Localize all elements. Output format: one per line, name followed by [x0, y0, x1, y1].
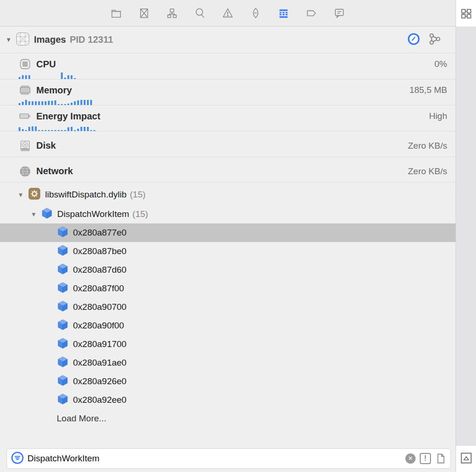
- process-graph-icon[interactable]: [428, 32, 442, 48]
- cube-icon: [57, 226, 69, 240]
- process-title: Images: [34, 34, 66, 45]
- source-control-navigator-icon[interactable]: [138, 7, 150, 19]
- cube-icon: [57, 300, 69, 315]
- cube-icon: [57, 319, 69, 333]
- debug-navigator-icon[interactable]: [278, 7, 290, 19]
- cube-icon: [57, 393, 69, 407]
- network-gauge-row[interactable]: Network Zero KB/s: [0, 157, 456, 183]
- inspector-strip: [456, 26, 476, 472]
- cube-icon: [57, 337, 69, 352]
- process-row[interactable]: ▼ Images PID 12311: [0, 26, 456, 53]
- instance-address: 0x280a877e0: [73, 228, 126, 238]
- symbol-navigator-icon[interactable]: [166, 7, 178, 19]
- breakpoint-navigator-icon[interactable]: [305, 7, 317, 19]
- navigator-tab-bar: [0, 0, 456, 26]
- class-count: (15): [132, 209, 148, 219]
- instance-row[interactable]: 0x280a87f00: [0, 279, 456, 298]
- network-label: Network: [36, 166, 73, 177]
- test-navigator-icon[interactable]: [250, 7, 262, 19]
- instance-row[interactable]: 0x280a92ee0: [0, 391, 456, 409]
- cube-icon: [57, 374, 69, 389]
- cube-icon: [57, 263, 69, 277]
- filter-bar: ✕ !: [0, 445, 456, 472]
- issue-navigator-icon[interactable]: [222, 7, 234, 19]
- instance-address: 0x280a90700: [73, 302, 126, 312]
- disk-icon: [19, 139, 32, 152]
- inspector-toolbar-cell: [456, 0, 476, 26]
- debug-bar-cell: [456, 445, 476, 472]
- instance-row[interactable]: 0x280a87d60: [0, 261, 456, 279]
- tree-row-library[interactable]: ▼ libswiftDispatch.dylib (15): [0, 184, 456, 205]
- warning-filter-icon[interactable]: !: [420, 453, 431, 464]
- cube-icon: [57, 356, 69, 370]
- network-icon: [19, 165, 32, 178]
- load-more-button[interactable]: Load More...: [0, 409, 456, 428]
- instance-address: 0x280a926e0: [73, 376, 126, 387]
- debug-navigator-content: ▼ Images PID 12311: [0, 26, 456, 472]
- memory-gauge-row[interactable]: Memory 185,5 MB: [0, 79, 456, 105]
- tree-row-class[interactable]: ▼ DispatchWorkItem (15): [0, 205, 456, 223]
- process-pid: PID 12311: [70, 34, 113, 45]
- instance-row[interactable]: 0x280a90700: [0, 298, 456, 316]
- instance-row[interactable]: 0x280a926e0: [0, 372, 456, 391]
- instance-row[interactable]: 0x280a91700: [0, 335, 456, 354]
- dylib-icon: [28, 187, 41, 203]
- navigator-toolbar: [0, 0, 476, 26]
- instance-address: 0x280a91ae0: [73, 358, 126, 368]
- energy-sparkline: [19, 124, 456, 131]
- instance-row[interactable]: 0x280a877e0: [0, 223, 456, 242]
- filter-input[interactable]: [27, 453, 401, 464]
- memory-sparkline: [19, 98, 456, 105]
- instance-address: 0x280a87f00: [73, 283, 124, 294]
- energy-gauge-row[interactable]: Energy Impact High: [0, 105, 456, 131]
- cpu-label: CPU: [36, 59, 56, 70]
- report-navigator-icon[interactable]: [333, 7, 345, 19]
- cube-icon: [57, 282, 69, 296]
- cube-icon: [57, 244, 69, 259]
- memory-object-tree: ▼ libswiftDispatch.dylib (15) ▼: [0, 183, 456, 428]
- process-disclosure-triangle[interactable]: ▼: [6, 36, 14, 43]
- debug-navigator-panel: ▼ Images PID 12311: [0, 0, 476, 472]
- project-navigator-icon[interactable]: [110, 7, 122, 19]
- filter-field[interactable]: ✕ !: [7, 448, 451, 469]
- canvas-toggle-icon[interactable]: [460, 452, 472, 466]
- clear-filter-icon[interactable]: ✕: [405, 453, 416, 464]
- energy-label: Energy Impact: [36, 111, 100, 122]
- energy-icon: [19, 110, 32, 123]
- class-disclosure-triangle[interactable]: ▼: [31, 211, 41, 218]
- cpu-sparkline: [19, 72, 456, 79]
- instance-address: 0x280a87be0: [73, 246, 126, 256]
- memory-graph-icon[interactable]: [460, 7, 472, 20]
- memory-value: 185,5 MB: [410, 85, 447, 95]
- disk-value: Zero KB/s: [408, 141, 447, 151]
- cpu-icon: [19, 58, 32, 71]
- instance-row[interactable]: 0x280a90f00: [0, 316, 456, 335]
- instance-address: 0x280a91700: [73, 339, 126, 349]
- filter-icon[interactable]: [11, 452, 24, 466]
- instance-row[interactable]: 0x280a87be0: [0, 242, 456, 261]
- instance-address: 0x280a92ee0: [73, 395, 126, 405]
- class-name: DispatchWorkItem: [57, 209, 129, 219]
- library-disclosure-triangle[interactable]: ▼: [18, 191, 28, 198]
- gauge-icon[interactable]: [407, 33, 420, 47]
- library-name: libswiftDispatch.dylib: [45, 190, 126, 200]
- memory-icon: [19, 84, 32, 97]
- network-value: Zero KB/s: [408, 166, 447, 177]
- instance-row[interactable]: 0x280a91ae0: [0, 354, 456, 372]
- cpu-value: 0%: [435, 59, 447, 69]
- disk-gauge-row[interactable]: Disk Zero KB/s: [0, 131, 456, 157]
- energy-value: High: [429, 111, 447, 121]
- instance-address: 0x280a90f00: [73, 321, 124, 331]
- library-count: (15): [130, 190, 145, 200]
- find-navigator-icon[interactable]: [194, 7, 206, 19]
- app-placeholder-icon: [16, 32, 30, 48]
- disk-label: Disk: [36, 140, 56, 151]
- memory-label: Memory: [36, 85, 72, 96]
- file-filter-icon[interactable]: [435, 453, 446, 464]
- cube-icon: [41, 207, 53, 222]
- instance-address: 0x280a87d60: [73, 265, 126, 275]
- cpu-gauge-row[interactable]: CPU 0%: [0, 53, 456, 79]
